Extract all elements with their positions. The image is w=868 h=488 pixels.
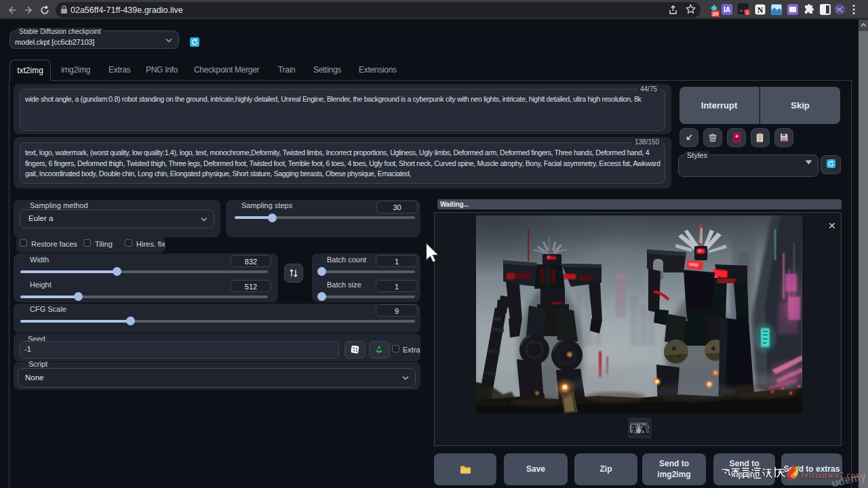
svg-text:N: N	[757, 5, 764, 15]
svg-text:1: 1	[746, 10, 749, 15]
svg-text:IA: IA	[724, 6, 730, 14]
svg-text:20: 20	[713, 11, 719, 17]
